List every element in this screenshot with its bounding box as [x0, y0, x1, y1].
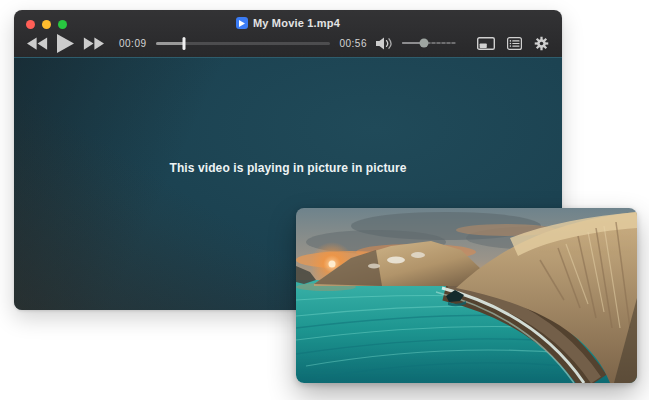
- rewind-icon: [27, 37, 48, 50]
- playback-controls: 00:09 00:56: [14, 30, 562, 56]
- zoom-button[interactable]: [58, 20, 67, 29]
- remaining-time: 00:56: [339, 38, 367, 49]
- fast-forward-icon: [83, 37, 104, 50]
- playlist-button[interactable]: [507, 37, 522, 50]
- playlist-icon: [507, 37, 522, 50]
- minimize-button[interactable]: [42, 20, 51, 29]
- gear-icon: [534, 36, 549, 51]
- playhead[interactable]: [182, 37, 185, 50]
- desktop-background: My Movie 1.mp4 00:09: [0, 0, 649, 400]
- title-row: My Movie 1.mp4: [14, 10, 562, 30]
- window-title: My Movie 1.mp4: [253, 17, 340, 29]
- settings-button[interactable]: [534, 36, 549, 51]
- video-file-icon: [236, 17, 248, 29]
- fast-forward-button[interactable]: [83, 37, 104, 50]
- traffic-lights: [26, 20, 67, 29]
- elapsed-time: 00:09: [119, 38, 147, 49]
- pip-video-frame: [296, 208, 637, 383]
- pip-button[interactable]: [477, 37, 495, 50]
- pip-icon: [477, 37, 495, 50]
- volume-knob[interactable]: [419, 39, 428, 48]
- close-button[interactable]: [26, 20, 35, 29]
- volume-slider[interactable]: [402, 37, 456, 49]
- rewind-button[interactable]: [27, 37, 48, 50]
- seek-slider[interactable]: [156, 36, 331, 50]
- pip-status-message: This video is playing in picture in pict…: [14, 161, 562, 175]
- seek-played: [156, 42, 184, 45]
- play-button[interactable]: [57, 34, 74, 53]
- volume-button[interactable]: [376, 37, 395, 50]
- volume-icon: [376, 37, 395, 50]
- titlebar: My Movie 1.mp4 00:09: [14, 10, 562, 57]
- play-icon: [57, 34, 74, 53]
- title-group: My Movie 1.mp4: [236, 17, 340, 29]
- pip-window[interactable]: [296, 208, 637, 383]
